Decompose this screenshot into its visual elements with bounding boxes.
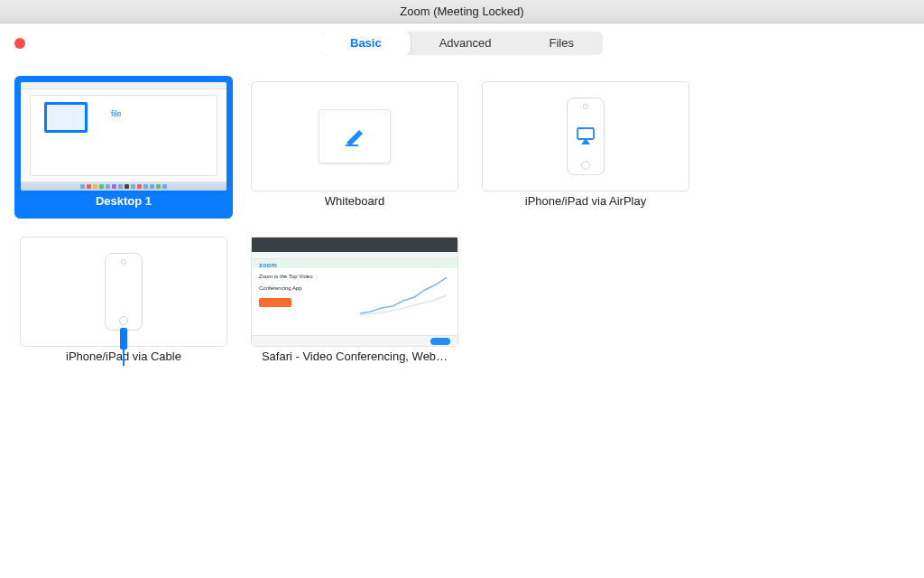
safari-preview-icon: zoom Zoom is the Top Video Conferencing … (252, 238, 457, 346)
share-tile-airplay[interactable]: iPhone/iPad via AirPlay (476, 76, 695, 219)
tab-advanced[interactable]: Advanced (411, 32, 521, 55)
share-tile-airplay-thumb (482, 81, 689, 191)
cable-plug-icon (120, 328, 127, 350)
tab-basic[interactable]: Basic (321, 32, 411, 55)
record-indicator-icon (14, 38, 25, 49)
share-tile-cable[interactable]: iPhone/iPad via Cable (14, 231, 233, 374)
share-tile-desktop-1-label: Desktop 1 (96, 191, 152, 211)
toolbar: Basic Advanced Files (0, 23, 924, 63)
share-tile-cable-thumb (20, 237, 227, 347)
safari-headline-2: Conferencing App (259, 285, 319, 293)
phone-outline-icon (567, 98, 605, 175)
airplay-icon (576, 127, 596, 145)
share-tile-safari-thumb: zoom Zoom is the Top Video Conferencing … (251, 237, 458, 347)
share-tile-safari-label: Safari - Video Conferencing, Web… (262, 347, 448, 367)
whiteboard-card-icon (319, 109, 391, 163)
share-tile-desktop-1-thumb: file (20, 81, 227, 191)
share-grid: file Desktop 1 Whiteboard (0, 63, 924, 387)
share-tile-whiteboard-thumb (251, 81, 458, 191)
desktop-preview-icon: file (21, 82, 226, 191)
phone-outline-icon (105, 253, 143, 331)
share-tile-whiteboard[interactable]: Whiteboard (245, 76, 464, 219)
share-tile-desktop-1[interactable]: file Desktop 1 (14, 76, 233, 219)
window-title: Zoom (Meeting Locked) (400, 5, 523, 18)
safari-headline-1: Zoom is the Top Video (259, 274, 337, 283)
svg-rect-0 (346, 144, 358, 146)
window-titlebar: Zoom (Meeting Locked) (0, 0, 924, 23)
marker-icon (341, 125, 368, 148)
share-tile-airplay-label: iPhone/iPad via AirPlay (525, 191, 646, 211)
share-mode-tabs: Basic Advanced Files (321, 32, 603, 55)
safari-cta-icon (259, 298, 291, 307)
tab-files[interactable]: Files (521, 32, 603, 55)
share-tile-whiteboard-label: Whiteboard (325, 191, 384, 211)
svg-rect-1 (578, 128, 594, 139)
cable-wire-icon (123, 350, 125, 366)
share-tile-safari[interactable]: zoom Zoom is the Top Video Conferencing … (245, 231, 464, 374)
line-chart-icon (360, 274, 447, 317)
